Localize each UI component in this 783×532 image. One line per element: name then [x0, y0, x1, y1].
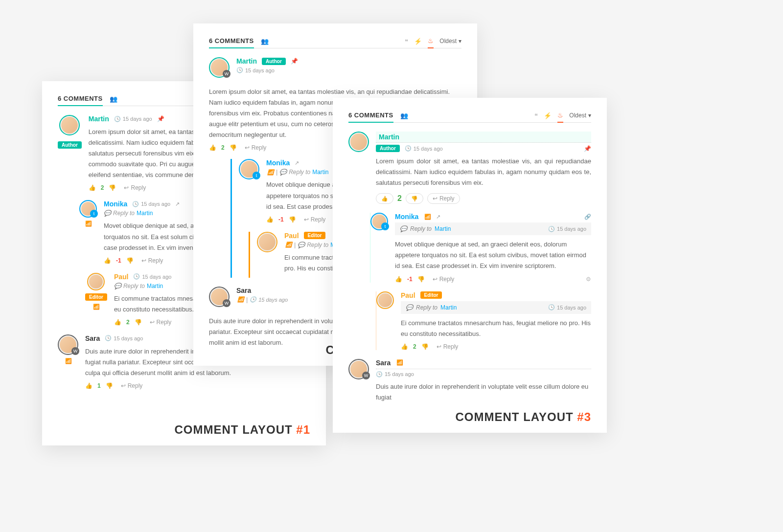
vote-count: -1 — [116, 257, 121, 264]
thumb-up-icon[interactable]: 👍 — [114, 319, 121, 326]
vote-pill[interactable]: 👎 — [406, 193, 423, 204]
layout-title: COMMENT LAYOUT #1 — [175, 423, 310, 437]
wordpress-icon: W — [362, 372, 370, 379]
thumb-down-icon[interactable]: 👎 — [135, 319, 142, 326]
thumb-down-icon[interactable]: 👎 — [289, 216, 296, 223]
rss-icon[interactable]: 📶 — [267, 169, 274, 176]
sort-dropdown[interactable]: Oldest ▾ — [569, 112, 591, 119]
gear-icon[interactable]: ⚙ — [586, 276, 591, 283]
author-name[interactable]: Sara — [376, 359, 391, 367]
header-tools: ❝ ⚡ ♨ Oldest ▾ — [405, 37, 461, 45]
thumb-down-icon[interactable]: 👎 — [106, 382, 113, 389]
avatar[interactable]: t — [239, 159, 259, 179]
role-badge: Editor — [420, 291, 442, 299]
author-name[interactable]: Monika — [395, 213, 418, 221]
comments-count: 6 COMMENTS — [58, 95, 103, 106]
author-name[interactable]: Martin — [236, 57, 257, 65]
link-icon[interactable]: 🔗 — [584, 214, 591, 220]
rss-icon[interactable]: 📶 — [396, 359, 403, 366]
role-badge: Author — [58, 141, 82, 149]
thumb-up-icon[interactable]: 👍 — [401, 343, 408, 350]
author-name[interactable]: Paul — [114, 273, 129, 281]
share-icon[interactable]: ↗ — [436, 214, 440, 220]
reply-button[interactable]: ↩Reply — [245, 144, 267, 151]
reply-bubble-icon: 💬 — [400, 225, 407, 232]
reply-button[interactable]: ↩Reply — [124, 184, 146, 191]
sort-label: Oldest — [439, 38, 457, 44]
twitter-icon: t — [90, 210, 98, 218]
twitter-icon: t — [253, 172, 260, 179]
reply-button[interactable]: ↩Reply — [150, 319, 172, 326]
rss-icon[interactable]: 📶 — [285, 242, 292, 248]
avatar[interactable]: W — [348, 359, 369, 379]
reply-button[interactable]: ↩Reply — [437, 343, 459, 350]
author-name[interactable]: Martin — [379, 133, 399, 141]
bolt-icon[interactable]: ⚡ — [544, 112, 552, 119]
rss-icon[interactable]: 📶 — [93, 304, 100, 310]
reply-button[interactable]: ↩Reply — [304, 216, 326, 223]
avatar[interactable] — [376, 291, 394, 309]
user-settings-icon[interactable]: 👥 — [261, 38, 269, 45]
avatar[interactable] — [348, 132, 369, 152]
thumb-up-icon[interactable]: 👍 — [266, 216, 274, 223]
vote-count: 2 — [413, 343, 416, 350]
pin-icon[interactable]: 📌 — [291, 58, 298, 65]
layout-title: COMMENT LAYOUT #3 — [456, 410, 591, 424]
rss-icon[interactable]: 📶 — [85, 221, 92, 227]
rss-icon[interactable]: 📶 — [65, 358, 72, 364]
author-name[interactable]: Monika — [104, 200, 127, 208]
thumb-down-icon[interactable]: 👎 — [417, 276, 425, 283]
rss-icon[interactable]: 📶 — [424, 214, 431, 220]
thumb-up-icon[interactable]: 👍 — [104, 257, 111, 264]
reply-button[interactable]: ↩Reply — [121, 382, 143, 389]
clock-icon: 🕓 — [114, 116, 121, 122]
quote-icon[interactable]: ❝ — [534, 112, 538, 119]
header: 6 COMMENTS 👥 ❝ ⚡ ♨ Oldest ▾ — [348, 111, 591, 123]
thumb-up-icon[interactable]: 👍 — [85, 382, 92, 389]
thumb-up-icon[interactable]: 👍 — [89, 184, 96, 191]
avatar[interactable]: W — [209, 287, 230, 307]
user-settings-icon[interactable]: 👥 — [110, 95, 117, 103]
rss-icon[interactable]: 📶 — [237, 296, 244, 303]
reply-arrow-icon: ↩ — [433, 195, 438, 202]
thumb-up-icon[interactable]: 👍 — [395, 276, 402, 283]
bolt-icon[interactable]: ⚡ — [414, 38, 422, 45]
avatar[interactable] — [59, 115, 80, 135]
author-name[interactable]: Sara — [85, 334, 100, 342]
user-settings-icon[interactable]: 👥 — [400, 112, 408, 119]
avatar[interactable] — [87, 273, 105, 290]
avatar[interactable]: t — [79, 200, 97, 218]
chevron-down-icon: ▾ — [588, 112, 591, 119]
share-icon[interactable]: ↗ — [175, 201, 180, 207]
comment-actions: 👍 2 👎 ↩Reply — [376, 193, 591, 204]
author-name[interactable]: Monika — [266, 159, 290, 167]
timestamp: 🕓15 days ago — [236, 67, 461, 73]
clock-icon: 🕓 — [236, 67, 243, 73]
author-name[interactable]: Sara — [236, 287, 251, 294]
reply-button[interactable]: ↩Reply — [141, 257, 163, 264]
comment-text: Movet oblique denique at sed, an graeci … — [395, 239, 591, 271]
fire-icon[interactable]: ♨ — [557, 111, 563, 123]
thumb-down-icon[interactable]: 👎 — [126, 257, 134, 264]
author-name[interactable]: Paul — [401, 291, 415, 299]
reply-button[interactable]: ↩Reply — [427, 193, 460, 204]
author-name[interactable]: Martin — [89, 115, 109, 123]
thumb-down-icon[interactable]: 👎 — [109, 184, 116, 191]
reply-button[interactable]: ↩Reply — [433, 276, 455, 283]
pin-icon[interactable]: 📌 — [157, 115, 164, 122]
fire-icon[interactable]: ♨ — [428, 37, 434, 48]
sort-dropdown[interactable]: Oldest ▾ — [439, 38, 461, 44]
thumb-down-icon[interactable]: 👎 — [230, 144, 237, 151]
share-icon[interactable]: ↗ — [295, 160, 299, 166]
author-name[interactable]: Paul — [284, 232, 299, 240]
pin-icon[interactable]: 📌 — [584, 145, 591, 152]
thumb-up-icon[interactable]: 👍 — [209, 144, 216, 151]
avatar[interactable]: t — [370, 213, 388, 230]
thumb-down-icon[interactable]: 👎 — [421, 343, 429, 350]
vote-pill[interactable]: 👍 — [376, 193, 393, 204]
avatar[interactable] — [257, 232, 277, 252]
quote-icon[interactable]: ❝ — [405, 38, 408, 45]
avatar[interactable]: W — [209, 57, 230, 78]
avatar[interactable]: W — [58, 334, 78, 355]
nested-comment: Paul Editor 💬Reply toMartin 🕓15 days ago… — [376, 291, 591, 350]
